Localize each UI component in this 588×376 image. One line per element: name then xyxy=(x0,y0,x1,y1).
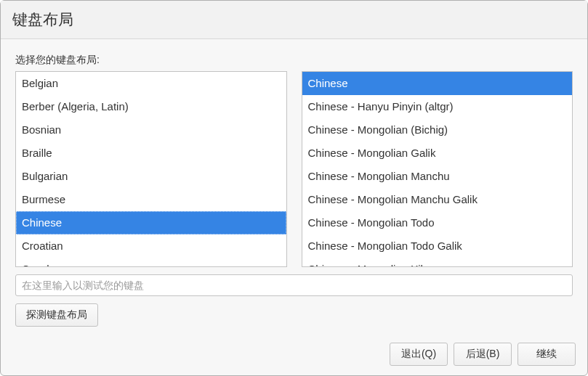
content-area: 选择您的键盘布局: BelgianBerber (Algeria, Latin)… xyxy=(1,39,587,334)
list-item[interactable]: Berber (Algeria, Latin) xyxy=(16,95,286,118)
keyboard-test-input[interactable] xyxy=(15,274,573,296)
layout-variant-list[interactable]: ChineseChinese - Hanyu Pinyin (altgr)Chi… xyxy=(302,71,573,267)
list-item[interactable]: Chinese - Mongolian Galik xyxy=(302,142,573,165)
list-item[interactable]: Braille xyxy=(16,142,286,165)
list-item[interactable]: Croatian xyxy=(16,234,286,258)
keyboard-layout-dialog: 键盘布局 选择您的键盘布局: BelgianBerber (Algeria, L… xyxy=(0,0,588,376)
titlebar: 键盘布局 xyxy=(1,1,587,39)
list-item[interactable]: Chinese xyxy=(16,211,286,234)
list-item[interactable]: Chinese - Mongolian Xibe xyxy=(302,258,573,267)
list-item[interactable]: Bosnian xyxy=(16,118,286,142)
footer: 退出(Q) 后退(B) 继续 xyxy=(1,334,587,376)
back-button[interactable]: 后退(B) xyxy=(454,343,512,366)
continue-button[interactable]: 继续 xyxy=(517,343,576,366)
detect-row: 探测键盘布局 xyxy=(15,303,573,327)
lists-row: BelgianBerber (Algeria, Latin)BosnianBra… xyxy=(15,71,573,267)
prompt-label: 选择您的键盘布局: xyxy=(15,54,573,67)
layout-family-list[interactable]: BelgianBerber (Algeria, Latin)BosnianBra… xyxy=(15,71,287,267)
list-item[interactable]: Chinese - Mongolian Todo xyxy=(302,211,573,234)
list-item[interactable]: Belgian xyxy=(16,72,286,95)
list-item[interactable]: Chinese xyxy=(302,72,573,95)
list-item[interactable]: Czech xyxy=(16,258,286,267)
list-item[interactable]: Bulgarian xyxy=(16,165,286,188)
detect-layout-button[interactable]: 探测键盘布局 xyxy=(15,303,98,327)
list-item[interactable]: Burmese xyxy=(16,188,286,211)
list-item[interactable]: Chinese - Hanyu Pinyin (altgr) xyxy=(302,95,573,118)
list-item[interactable]: Chinese - Mongolian Manchu xyxy=(302,165,573,188)
list-item[interactable]: Chinese - Mongolian (Bichig) xyxy=(302,118,573,142)
quit-button[interactable]: 退出(Q) xyxy=(390,343,448,366)
window-title: 键盘布局 xyxy=(12,9,576,30)
list-item[interactable]: Chinese - Mongolian Todo Galik xyxy=(302,234,573,258)
list-item[interactable]: Chinese - Mongolian Manchu Galik xyxy=(302,188,573,211)
